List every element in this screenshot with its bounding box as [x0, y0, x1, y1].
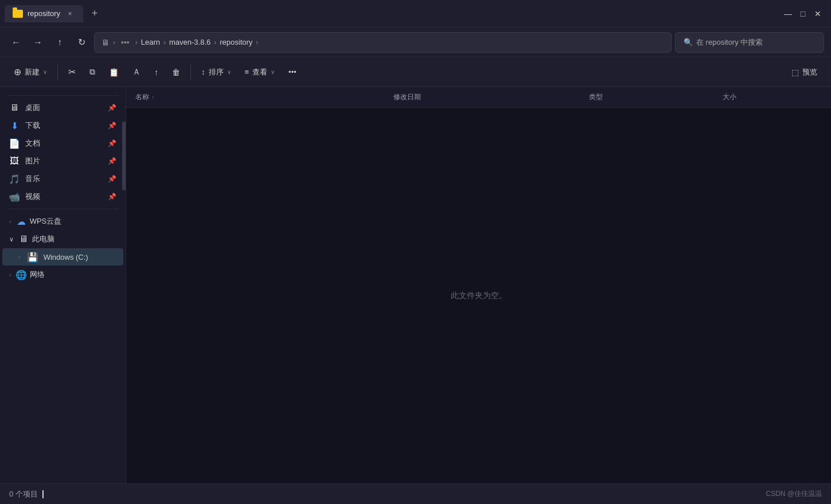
breadcrumb-repository[interactable]: repository — [220, 38, 252, 46]
cut-button[interactable]: ✂ — [63, 63, 81, 81]
new-icon: ⊕ — [14, 67, 21, 77]
sidebar-item-wps-cloud[interactable]: › ☁ WPS云盘 — [2, 213, 123, 230]
close-window-button[interactable]: ✕ — [814, 10, 822, 18]
breadcrumb-sep-0: › — [113, 38, 115, 46]
more-options-button[interactable]: ••• — [283, 64, 302, 80]
view-button[interactable]: ≡ 查看 ∨ — [239, 64, 281, 81]
paste-button[interactable]: 📋 — [103, 64, 124, 80]
sidebar-item-music[interactable]: 🎵 音乐 📌 — [2, 170, 123, 187]
view-chevron: ∨ — [271, 69, 275, 75]
new-label: 新建 — [25, 67, 40, 77]
sidebar: 🖥 桌面 📌 ⬇ 下载 📌 📄 文档 📌 🖼 图片 📌 🎵 音乐 📌 📹 视频 — [0, 87, 126, 483]
wps-cloud-icon: ☁ — [16, 216, 26, 226]
copy-button[interactable]: ⧉ — [84, 64, 101, 80]
tab-title: repository — [28, 9, 60, 18]
music-label: 音乐 — [25, 174, 102, 184]
column-size-label: 大小 — [723, 92, 736, 102]
pictures-label: 图片 — [25, 156, 102, 166]
tab-folder-icon — [13, 10, 23, 18]
videos-icon: 📹 — [9, 192, 19, 202]
sort-button[interactable]: ↕ 排序 ∨ — [196, 64, 237, 81]
status-bar: 0 个项目 CSDN @佳佳温温 — [0, 483, 831, 504]
sidebar-item-pictures[interactable]: 🖼 图片 📌 — [2, 153, 123, 170]
search-placeholder: 在 repository 中搜索 — [696, 37, 763, 48]
videos-pin-icon: 📌 — [108, 193, 116, 201]
search-icon: 🔍 — [684, 38, 693, 46]
delete-icon: 🗑 — [172, 68, 180, 77]
breadcrumb-learn[interactable]: Learn — [141, 38, 160, 46]
music-pin-icon: 📌 — [108, 175, 116, 183]
column-header-date[interactable]: 修改日期 — [389, 92, 584, 102]
breadcrumb-maven[interactable]: maven-3.8.6 — [169, 38, 210, 46]
documents-icon: 📄 — [9, 138, 19, 149]
sort-chevron: ∨ — [227, 69, 231, 75]
sidebar-item-network[interactable]: › 🌐 网络 — [2, 266, 123, 283]
sidebar-item-videos[interactable]: 📹 视频 📌 — [2, 188, 123, 205]
desktop-pin-icon: 📌 — [108, 104, 116, 112]
breadcrumb[interactable]: 🖥 › ••• › Learn › maven-3.8.6 › reposito… — [94, 32, 672, 53]
active-tab[interactable]: repository × — [5, 5, 83, 22]
sidebar-divider-mid — [7, 209, 119, 209]
empty-message: 此文件夹为空。 — [451, 291, 507, 301]
view-label: 查看 — [252, 67, 267, 77]
sidebar-item-downloads[interactable]: ⬇ 下载 📌 — [2, 117, 123, 134]
breadcrumb-sep-4: › — [256, 38, 258, 46]
sidebar-item-desktop[interactable]: 🖥 桌面 📌 — [2, 99, 123, 116]
search-box[interactable]: 🔍 在 repository 中搜索 — [675, 32, 824, 53]
sidebar-scrollbar-thumb[interactable] — [122, 122, 126, 190]
column-type-label: 类型 — [589, 92, 603, 102]
column-header-size[interactable]: 大小 — [718, 92, 826, 102]
new-button[interactable]: ⊕ 新建 ∨ — [8, 63, 53, 81]
downloads-label: 下载 — [25, 120, 102, 131]
thispc-label: 此电脑 — [32, 234, 116, 244]
more-icon: ••• — [288, 68, 296, 76]
breadcrumb-sep-1: › — [135, 38, 138, 46]
forward-button[interactable]: → — [29, 33, 47, 52]
content-area: 名称 ↑ 修改日期 类型 大小 此文件夹为空。 — [126, 87, 831, 483]
maximize-button[interactable]: □ — [799, 10, 807, 18]
share-button[interactable]: ↑ — [149, 64, 164, 80]
sidebar-item-this-pc[interactable]: ∨ 🖥 此电脑 — [2, 230, 123, 248]
new-chevron: ∨ — [43, 69, 47, 75]
winc-expand-icon: › — [18, 253, 21, 260]
main-layout: 🖥 桌面 📌 ⬇ 下载 📌 📄 文档 📌 🖼 图片 📌 🎵 音乐 📌 📹 视频 — [0, 87, 831, 483]
column-name-sort-icon: ↑ — [151, 94, 154, 100]
winc-label: Windows (C:) — [44, 253, 116, 261]
preview-button[interactable]: ⬚ 预览 — [786, 64, 823, 81]
breadcrumb-monitor-icon: 🖥 — [102, 38, 110, 47]
view-icon: ≡ — [245, 68, 249, 76]
music-icon: 🎵 — [9, 174, 19, 184]
downloads-pin-icon: 📌 — [108, 122, 116, 130]
desktop-label: 桌面 — [25, 103, 102, 113]
back-button[interactable]: ← — [7, 33, 25, 52]
wps-cloud-label: WPS云盘 — [30, 216, 116, 226]
share-icon: ↑ — [154, 68, 158, 77]
new-tab-button[interactable]: + — [85, 5, 104, 23]
column-header-type[interactable]: 类型 — [584, 92, 718, 102]
refresh-button[interactable]: ↻ — [72, 33, 91, 52]
sidebar-scrollbar-track[interactable] — [122, 87, 126, 483]
breadcrumb-sep-3: › — [214, 38, 216, 46]
paste-icon: 📋 — [109, 68, 119, 77]
sidebar-item-documents[interactable]: 📄 文档 📌 — [2, 135, 123, 152]
rename-button[interactable]: Ａ — [127, 64, 146, 81]
thispc-icon: 🖥 — [18, 234, 29, 244]
toolbar-sep-1 — [57, 64, 58, 80]
pictures-icon: 🖼 — [9, 156, 19, 166]
title-bar: repository × + — □ ✕ — [0, 0, 831, 28]
copy-icon: ⧉ — [89, 67, 95, 77]
breadcrumb-more-button[interactable]: ••• — [119, 38, 132, 47]
documents-label: 文档 — [25, 138, 102, 149]
column-header-name[interactable]: 名称 ↑ — [131, 92, 389, 102]
toolbar-right: ⬚ 预览 — [786, 64, 823, 81]
tab-close-button[interactable]: × — [65, 9, 75, 19]
up-button[interactable]: ↑ — [50, 33, 69, 52]
network-icon: 🌐 — [16, 269, 26, 280]
thispc-expand-icon: ∨ — [9, 236, 14, 243]
column-headers: 名称 ↑ 修改日期 类型 大小 — [126, 87, 831, 108]
status-watermark: CSDN @佳佳温温 — [766, 489, 822, 499]
item-count: 0 个项目 — [9, 489, 38, 499]
minimize-button[interactable]: — — [784, 10, 792, 18]
delete-button[interactable]: 🗑 — [166, 64, 186, 80]
sidebar-item-windows-c[interactable]: › 💾 Windows (C:) — [2, 248, 123, 265]
